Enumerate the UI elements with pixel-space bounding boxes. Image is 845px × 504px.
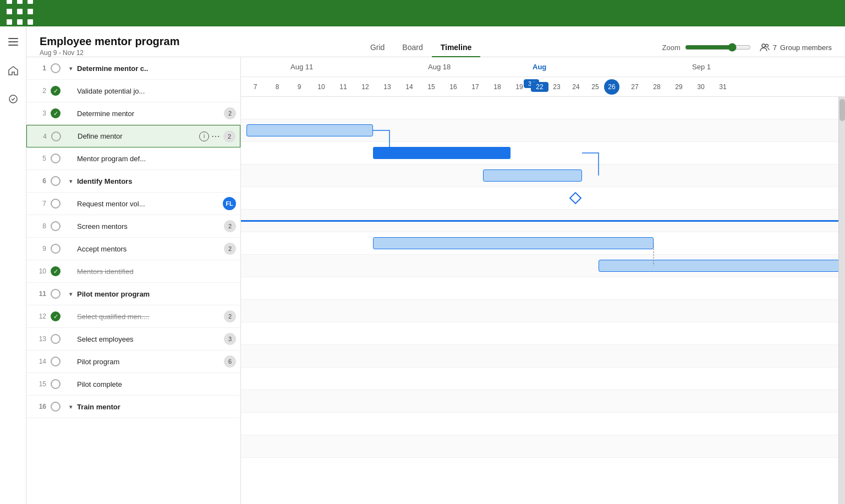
avatar-badge: FL: [223, 197, 236, 210]
day-12: 12: [356, 83, 374, 91]
chevron-icon[interactable]: ▾: [66, 65, 75, 72]
chevron-icon[interactable]: ▾: [66, 291, 75, 297]
task-name: Determine mentor: [77, 109, 221, 118]
gantt-bar[interactable]: [246, 124, 373, 136]
task-row[interactable]: 6 ▾ Identify Mentors: [26, 170, 240, 193]
svg-rect-2: [8, 45, 18, 46]
row-num: 1: [31, 64, 46, 72]
day-18: 18: [489, 83, 506, 91]
task-row[interactable]: 7 Request mentor vol... FL: [26, 193, 240, 215]
row-status: [50, 130, 62, 143]
status-check-icon: ✓: [51, 266, 61, 276]
task-name: Select employees: [77, 335, 221, 343]
gantt-bar[interactable]: [373, 147, 511, 159]
task-row[interactable]: 1 ▾ Determine mentor c..: [26, 57, 240, 80]
hamburger-icon[interactable]: [4, 33, 22, 51]
task-row[interactable]: 14 Pilot program 6: [26, 350, 240, 373]
more-options-icon[interactable]: ⋯: [211, 131, 220, 141]
task-row[interactable]: 16 ▾ Train mentor: [26, 396, 240, 418]
info-icon[interactable]: i: [199, 132, 209, 141]
chevron-icon[interactable]: ▾: [66, 178, 75, 184]
timeline-row: [241, 435, 845, 458]
date-subrow: 7 8 9 10 11 12 13 14 15 16 17 18 19: [241, 77, 845, 97]
task-name: Request mentor vol...: [77, 200, 220, 208]
tab-timeline[interactable]: Timeline: [432, 39, 481, 57]
app-launcher-button[interactable]: [7, 0, 36, 28]
task-row[interactable]: 15 Pilot complete: [26, 373, 240, 396]
my-tasks-icon[interactable]: [4, 90, 22, 108]
content-area: Employee mentor program Aug 9 - Nov 12 G…: [26, 26, 845, 504]
status-circle: [51, 244, 61, 254]
task-row[interactable]: 4 Define mentor i ⋯ 2: [26, 125, 240, 147]
date-sep1: Sep 1: [692, 63, 711, 71]
date-aug-today: Aug: [533, 63, 546, 71]
header-right: Zoom 7 Group members: [662, 42, 832, 57]
task-name: Validate potential jo...: [77, 87, 236, 95]
group-members-count: 7: [773, 43, 777, 52]
row-status: [50, 152, 62, 165]
task-row[interactable]: 8 Screen mentors 2: [26, 215, 240, 238]
day-10: 10: [312, 83, 330, 91]
day-14: 14: [400, 83, 418, 91]
row-status: [50, 288, 62, 300]
row-status: [50, 378, 62, 390]
gantt-bar[interactable]: [241, 220, 845, 222]
task-row[interactable]: 3 ✓ Determine mentor 2: [26, 102, 240, 125]
gantt-bar[interactable]: [599, 260, 845, 272]
home-icon[interactable]: [4, 62, 22, 79]
status-check-icon: ✓: [51, 108, 61, 118]
task-row[interactable]: 13 Select employees 3: [26, 328, 240, 350]
chevron-icon[interactable]: ▾: [66, 404, 75, 410]
task-row[interactable]: 10 ✓ Mentors identified: [26, 260, 240, 283]
status-circle: [51, 379, 61, 389]
day-28: 28: [648, 83, 666, 91]
row-status: [50, 401, 62, 413]
timeline-scroll[interactable]: [241, 97, 845, 504]
tab-grid[interactable]: Grid: [361, 39, 393, 57]
status-circle: [51, 289, 61, 299]
task-name: Identify Mentors: [77, 177, 236, 185]
task-row[interactable]: 2 ✓ Validate potential jo...: [26, 80, 240, 102]
task-badge: 6: [224, 355, 236, 368]
zoom-slider[interactable]: [685, 43, 751, 52]
row-num: 16: [31, 403, 46, 410]
project-title: Employee mentor program: [40, 35, 180, 48]
group-members-button[interactable]: 7 Group members: [760, 42, 832, 52]
date-labels-row: Aug 11 Aug 18 Aug Sep 1: [241, 57, 845, 77]
timeline-row: [241, 277, 845, 300]
gantt-bar[interactable]: [483, 169, 582, 182]
task-name: Select qualified men....: [77, 313, 221, 321]
task-badge: 3: [224, 333, 236, 345]
row-status: ✓: [50, 85, 62, 97]
status-circle: [51, 154, 61, 163]
row-status: [50, 62, 62, 74]
zoom-label: Zoom: [662, 43, 681, 52]
timeline-row: [241, 187, 845, 210]
timeline-row: [241, 390, 845, 413]
status-check-icon: ✓: [51, 86, 61, 96]
status-circle: [51, 176, 61, 186]
task-row[interactable]: 9 Accept mentors 2: [26, 238, 240, 260]
task-name: Accept mentors: [77, 245, 221, 253]
task-name: Mentors identified: [77, 267, 236, 276]
timeline-body: [241, 97, 845, 504]
task-badge: 2: [224, 220, 236, 232]
top-bar: [0, 0, 845, 26]
main-layout: Employee mentor program Aug 9 - Nov 12 G…: [0, 26, 845, 504]
row-num: 12: [31, 313, 46, 320]
timeline-row: [241, 322, 845, 345]
day-11: 11: [334, 83, 352, 91]
date-aug18: Aug 18: [428, 63, 451, 71]
day-27: 27: [626, 83, 644, 91]
task-row[interactable]: 5 Mentor program def...: [26, 147, 240, 170]
timeline-row: [241, 232, 845, 255]
task-row[interactable]: 11 ▾ Pilot mentor program: [26, 283, 240, 305]
project-date-range: Aug 9 - Nov 12: [40, 49, 180, 57]
row-num: 5: [31, 155, 46, 162]
gantt-bar[interactable]: [373, 237, 654, 249]
task-row[interactable]: 12 ✓ Select qualified men.... 2: [26, 305, 240, 328]
gantt-diamond[interactable]: [569, 192, 582, 205]
row-num: 13: [31, 335, 46, 343]
tab-board[interactable]: Board: [393, 39, 431, 57]
row-status: ✓: [50, 265, 62, 277]
